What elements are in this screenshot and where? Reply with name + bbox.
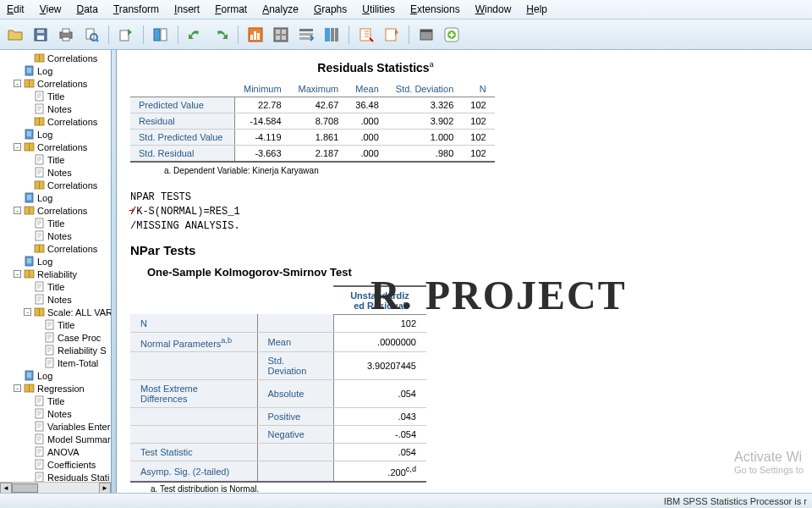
tree-toggle-icon[interactable]: - (14, 384, 21, 392)
tree-item-notes[interactable]: Notes (2, 166, 111, 179)
open-icon[interactable] (5, 25, 25, 45)
window1-icon[interactable] (416, 25, 436, 45)
residuals-footnote: a. Dependent Variable: Kinerja Karyawan (164, 166, 798, 175)
tree-item-title[interactable]: Title (2, 318, 111, 331)
tree-item-notes[interactable]: Notes (2, 293, 111, 306)
select-last-icon[interactable] (356, 25, 376, 45)
tree-item-reliability-s[interactable]: Reliability S (2, 344, 111, 356)
tree-label: Item-Total (58, 358, 98, 368)
cell: 102 (462, 145, 494, 162)
tree-item-regression[interactable]: -Regression (2, 382, 111, 395)
output-viewer[interactable]: Residuals Statisticsa MinimumMaximumMean… (117, 50, 812, 494)
col-header: Minimum (235, 81, 290, 97)
tree-item-notes[interactable]: Notes (2, 102, 111, 115)
tree-item-correlations[interactable]: -Correlations (2, 204, 111, 217)
menu-window[interactable]: Window (475, 3, 512, 15)
tree-item-correlations[interactable]: -Correlations (2, 77, 111, 90)
svg-rect-63 (46, 320, 53, 329)
tree-item-variables-enter[interactable]: Variables Enter (2, 420, 111, 433)
tree-toggle-icon[interactable]: - (14, 207, 21, 214)
row-sub: Positive (257, 408, 333, 426)
tree-item-title[interactable]: Title (2, 280, 111, 293)
tree-item-scale-all-var[interactable]: -Scale: ALL VAR (2, 306, 111, 318)
goto-case-icon[interactable] (296, 25, 316, 45)
variables-icon[interactable] (321, 25, 342, 45)
menu-format[interactable]: Format (215, 3, 247, 15)
undo-icon[interactable] (185, 25, 206, 45)
row-header (130, 352, 257, 380)
cell: 2.187 (290, 145, 348, 162)
tree-item-log[interactable]: Log (2, 255, 111, 268)
tree-item-anova[interactable]: ANOVA (2, 445, 111, 458)
menu-view[interactable]: View (40, 3, 62, 15)
export-icon[interactable] (116, 25, 136, 45)
scroll-thumb[interactable] (12, 483, 38, 493)
print-icon[interactable] (56, 25, 76, 45)
tree-toggle-icon[interactable]: - (14, 80, 21, 87)
tree-item-title[interactable]: Title (2, 90, 111, 102)
tree-item-correlations[interactable]: Correlations (2, 179, 111, 191)
menu-transform[interactable]: Transform (113, 3, 159, 15)
tree-item-log[interactable]: Log (2, 64, 111, 77)
tree-label: Regression (37, 384, 85, 394)
menu-analyze[interactable]: Analyze (262, 3, 299, 15)
menu-insert[interactable]: Insert (174, 3, 200, 15)
svg-rect-26 (335, 28, 338, 41)
tree-item-item-total[interactable]: Item-Total (2, 356, 111, 369)
row-header: Asymp. Sig. (2-tailed) (130, 461, 257, 482)
tree-toggle-icon[interactable]: - (14, 270, 21, 278)
tree-item-log[interactable]: Log (2, 128, 111, 141)
cell: -3.663 (235, 145, 290, 162)
tree-item-correlations[interactable]: -Correlations (2, 141, 111, 153)
outline-pane[interactable]: CorrelationsLog-CorrelationsTitleNotesCo… (0, 50, 112, 494)
tree-item-correlations[interactable]: Correlations (2, 242, 111, 255)
tree-toggle-icon[interactable]: - (24, 308, 31, 316)
tree-label: Log (37, 193, 52, 203)
tree-item-title[interactable]: Title (2, 217, 111, 229)
print-preview-icon[interactable] (81, 25, 102, 45)
svg-rect-45 (36, 155, 43, 164)
redo-icon[interactable] (211, 25, 231, 45)
tree-item-correlations[interactable]: Correlations (2, 52, 111, 64)
tree-item-notes[interactable]: Notes (2, 229, 111, 242)
tree-label: Log (37, 371, 52, 381)
menu-help[interactable]: Help (526, 3, 547, 15)
add-icon[interactable] (442, 25, 462, 45)
tree-item-model-summar[interactable]: Model Summar (2, 433, 111, 445)
tree-label: Notes (47, 104, 72, 114)
tree-item-title[interactable]: Title (2, 153, 111, 166)
goto-data-icon[interactable] (271, 25, 291, 45)
tree-label: Title (47, 155, 64, 165)
tree-label: Title (47, 396, 64, 406)
tree-label: Log (37, 130, 52, 140)
tree-item-notes[interactable]: Notes (2, 407, 111, 420)
tree-item-log[interactable]: Log (2, 191, 111, 204)
tree-label: ANOVA (47, 447, 80, 457)
tree-item-title[interactable]: Title (2, 395, 111, 407)
svg-rect-13 (250, 35, 253, 40)
outline-h-scrollbar[interactable]: ◄ ► (0, 482, 111, 494)
menu-extensions[interactable]: Extensions (410, 3, 460, 15)
tree-label: Correlations (47, 53, 97, 64)
row-sub (257, 461, 333, 482)
menu-edit[interactable]: Edit (7, 3, 25, 15)
tree-item-reliability[interactable]: -Reliability (2, 268, 111, 280)
recall-dialog-icon[interactable] (151, 25, 171, 45)
menu-data[interactable]: Data (77, 3, 98, 15)
menu-graphs[interactable]: Graphs (314, 3, 347, 15)
tree-item-coefficients[interactable]: Coefficients (2, 458, 111, 471)
menu-utilities[interactable]: Utilities (362, 3, 395, 15)
residuals-table: MinimumMaximumMeanStd. DeviationNPredict… (130, 81, 495, 163)
tree-item-correlations[interactable]: Correlations (2, 115, 111, 128)
tree-toggle-icon[interactable]: - (14, 143, 21, 151)
svg-rect-76 (36, 472, 43, 482)
tree-label: Title (58, 320, 74, 330)
tree-item-case-proc[interactable]: Case Proc (2, 331, 111, 344)
cell: 36.48 (347, 97, 387, 113)
row-header: Std. Residual (130, 145, 235, 162)
save-icon[interactable] (30, 25, 51, 45)
chart-icon[interactable] (245, 25, 266, 45)
tree-item-log[interactable]: Log (2, 369, 111, 382)
svg-rect-42 (25, 130, 33, 139)
designate-window-icon[interactable] (381, 25, 402, 45)
